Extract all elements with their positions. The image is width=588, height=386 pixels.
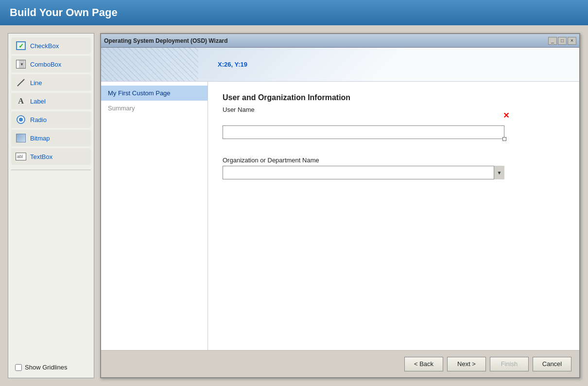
- line-icon: [16, 77, 26, 88]
- back-button[interactable]: < Back: [404, 357, 443, 371]
- label-label: Label: [30, 98, 46, 105]
- checkbox-label: CheckBox: [30, 42, 59, 50]
- combobox-label: ComboBox: [30, 61, 61, 68]
- username-resize-handle[interactable]: [502, 137, 506, 141]
- username-input[interactable]: [223, 125, 504, 139]
- username-field-group: User Name ✕: [223, 116, 565, 139]
- show-gridlines-label: Show Gridlines: [25, 364, 67, 371]
- wizard-content: My First Custom Page Summary User and Or…: [101, 82, 579, 350]
- username-label: User Name: [223, 106, 255, 113]
- cancel-button[interactable]: Cancel: [533, 357, 571, 371]
- toolbox-item-label[interactable]: A Label: [11, 93, 91, 109]
- minimize-button[interactable]: _: [548, 37, 557, 45]
- main-area: CheckBox ComboBox Line A Label: [0, 25, 588, 386]
- maximize-button[interactable]: □: [558, 37, 567, 45]
- wizard-title: Operating System Deployment (OSD) Wizard: [104, 37, 228, 44]
- show-gridlines-container[interactable]: Show Gridlines: [11, 361, 91, 374]
- wizard-window: Operating System Deployment (OSD) Wizard…: [100, 33, 580, 378]
- toolbox-item-radio[interactable]: Radio: [11, 111, 91, 128]
- nav-item-custom-page[interactable]: My First Custom Page: [101, 86, 208, 101]
- textbox-icon: abl: [16, 151, 26, 162]
- wizard-page: User and Organization Information User N…: [208, 82, 579, 350]
- toolbox-item-combobox[interactable]: ComboBox: [11, 56, 91, 72]
- line-label: Line: [30, 79, 42, 87]
- textbox-label: TextBox: [30, 153, 52, 160]
- orgname-input[interactable]: [223, 166, 504, 179]
- combobox-icon: [16, 59, 26, 70]
- bitmap-label: Bitmap: [30, 135, 50, 142]
- wizard-titlebar: Operating System Deployment (OSD) Wizard…: [101, 34, 579, 48]
- wizard-footer: < Back Next > Finish Cancel: [101, 350, 579, 377]
- wizard-body: X:26, Y:19 My First Custom Page Summary …: [101, 48, 579, 377]
- toolbox-item-checkbox[interactable]: CheckBox: [11, 37, 91, 54]
- toolbox-divider: [11, 170, 91, 170]
- toolbox-panel: CheckBox ComboBox Line A Label: [8, 33, 94, 378]
- orgname-field-group: Organization or Department Name ▼: [223, 157, 565, 179]
- orgname-label: Organization or Department Name: [223, 157, 565, 164]
- toolbox-item-textbox[interactable]: abl TextBox: [11, 148, 91, 165]
- radio-icon: [16, 114, 26, 125]
- banner-coords: X:26, Y:19: [218, 61, 247, 68]
- wizard-banner: X:26, Y:19: [101, 48, 579, 82]
- nav-item-summary[interactable]: Summary: [101, 101, 208, 116]
- next-button[interactable]: Next >: [447, 357, 486, 371]
- close-button[interactable]: ×: [568, 37, 576, 45]
- label-icon: A: [16, 96, 26, 106]
- bitmap-icon: [16, 133, 26, 143]
- page-header: Build Your Own Page: [0, 0, 588, 25]
- finish-button[interactable]: Finish: [490, 357, 529, 371]
- radio-label: Radio: [30, 116, 47, 123]
- checkbox-icon: [16, 40, 26, 51]
- orgname-combobox-wrapper: ▼: [223, 166, 504, 179]
- username-delete-handle[interactable]: ✕: [503, 111, 509, 120]
- wizard-nav: My First Custom Page Summary: [101, 82, 208, 350]
- toolbox-item-line[interactable]: Line: [11, 74, 91, 91]
- page-title: Build Your Own Page: [10, 6, 118, 19]
- toolbox-item-bitmap[interactable]: Bitmap: [11, 130, 91, 146]
- window-controls: _ □ ×: [548, 37, 576, 45]
- username-container: User Name ✕: [223, 116, 504, 139]
- show-gridlines-checkbox[interactable]: [15, 364, 22, 371]
- section-title: User and Organization Information: [223, 93, 565, 102]
